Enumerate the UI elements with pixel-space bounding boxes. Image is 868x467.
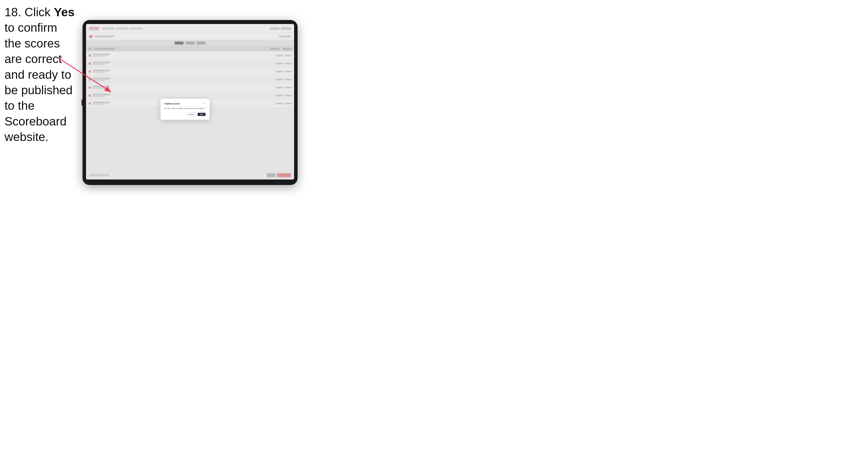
yes-emphasis: Yes <box>54 5 74 19</box>
modal-actions: Cancel Yes <box>164 113 206 116</box>
modal-title-row: Publish scores × <box>164 102 206 105</box>
modal-title: Publish scores <box>164 102 180 105</box>
cancel-button[interactable]: Cancel <box>186 113 196 116</box>
yes-button[interactable]: Yes <box>197 113 206 116</box>
tablet-side-button <box>82 99 83 105</box>
modal-close-button[interactable]: × <box>203 102 206 105</box>
instruction-body: to confirm the scores are correct and re… <box>4 21 72 144</box>
tablet-screen: Publish scores × Are you ready to publis… <box>86 24 294 180</box>
modal-body-text: Are you ready to publish these scores to… <box>164 107 206 110</box>
instruction-number: 18. Click <box>4 5 54 19</box>
modal-overlay: Publish scores × Are you ready to publis… <box>86 24 294 180</box>
tablet-device: Publish scores × Are you ready to publis… <box>83 20 298 185</box>
instruction-text: 18. Click Yes to confirm the scores are … <box>4 4 77 145</box>
publish-scores-modal: Publish scores × Are you ready to publis… <box>160 99 210 120</box>
